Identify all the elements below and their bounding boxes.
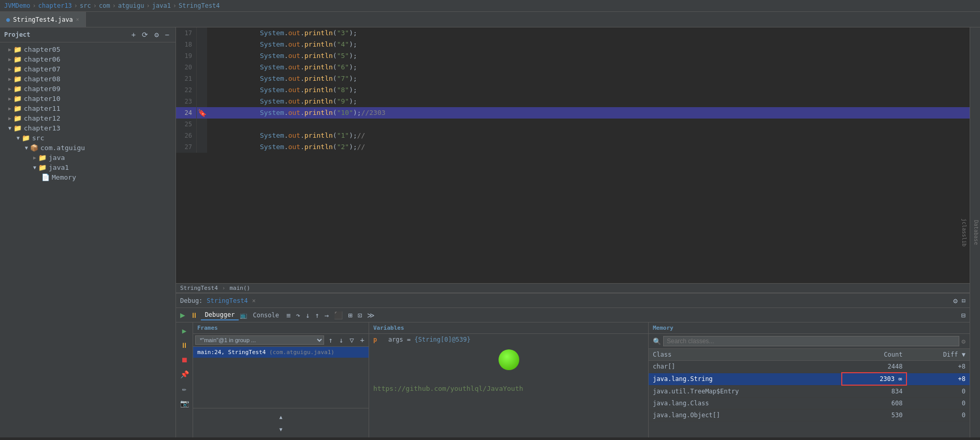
chevron-right-icon: ▶ [8,56,11,62]
memory-panel: Memory 🔍 ⚙ Class Count Diff ▼ [649,322,970,437]
sidebar-item-chapter11[interactable]: ▶ 📁 chapter11 [0,104,175,113]
step-into-btn[interactable]: ↓ [303,310,312,320]
scroll-down-btn[interactable]: ▼ [275,423,287,435]
sidebar-item-com-atguigu[interactable]: ▼ 📦 com.atguigu [0,143,175,153]
breadcrumb-java1[interactable]: java1 [152,2,171,9]
editor-debug-container: 17 System.out.println("3"); 18 System.ou… [176,27,970,437]
step-over-btn[interactable]: ↷ [294,310,302,320]
col-class: Class [649,349,842,361]
sidebar-item-label: chapter10 [24,95,60,102]
sidebar-item-chapter12[interactable]: ▶ 📁 chapter12 [0,113,175,123]
camera-icon[interactable]: 📷 [178,397,191,409]
folder-icon: 📁 [13,46,22,53]
database-label[interactable]: Database [972,218,980,247]
sep3: › [93,2,97,9]
memory-row-treemap[interactable]: java.util.TreeMap$Entry 834 0 [649,385,970,398]
line-number: 23 [176,96,197,107]
code-editor: 17 System.out.println("3"); 18 System.ou… [176,27,970,292]
code-line-18: 18 System.out.println("4"); [176,39,970,50]
sidebar-item-chapter06[interactable]: ▶ 📁 chapter06 [0,54,175,64]
step-resume-icon[interactable]: ▶ [178,325,191,337]
pin-icon[interactable]: 📌 [178,368,191,380]
sep6: › [173,2,177,9]
sidebar-item-chapter07[interactable]: ▶ 📁 chapter07 [0,64,175,74]
memory-label: Memory [653,325,674,331]
scroll-up-btn[interactable]: ▲ [275,410,287,423]
resume-button[interactable]: ▶ [178,309,187,321]
tab-label: StringTest4.java [13,16,73,23]
debug-close[interactable]: × [252,297,256,304]
line-number: 27 [176,141,197,153]
edit-icon[interactable]: ✏ [178,383,191,395]
tab-console[interactable]: Console [248,311,283,320]
watches-btn[interactable]: ⊡ [356,310,364,320]
pause-button[interactable]: ⏸ [188,310,200,320]
breadcrumb-class[interactable]: StringTest4 [180,285,218,291]
variable-item-args: p args = {String[0]@539} [369,334,648,345]
frame-add-icon[interactable]: + [358,335,367,345]
run-to-cursor-btn[interactable]: → [323,310,331,320]
memory-row-char[interactable]: char[] 2448 +8 [649,361,970,373]
frame-item[interactable]: main:24, StringTest4 (com.atguigu.java1) [193,347,369,358]
breadcrumb-stringtest4[interactable]: StringTest4 [179,2,220,9]
extra-btn[interactable]: ≫ [365,310,377,320]
breadcrumb-chapter13[interactable]: chapter13 [38,2,72,9]
frame-select[interactable]: *"main"@1 in group ... [195,335,324,345]
debug-settings-icon[interactable]: ⚙ [953,297,957,305]
variables-panel: Variables p args = {String[0]@539} https… [369,322,649,437]
step-stop-icon[interactable]: ⏹ [178,354,191,366]
class-name: java.lang.Class [649,398,842,409]
frames-view-btn[interactable]: ⊞ [346,310,354,320]
memory-settings-icon[interactable]: ⚙ [961,338,966,345]
settings-icon[interactable]: ⚙ [152,30,160,40]
line-gutter [197,50,207,62]
sidebar-item-java[interactable]: ▶ 📁 java [0,153,175,163]
sidebar-item-chapter08[interactable]: ▶ 📁 chapter08 [0,74,175,84]
memory-search-input[interactable] [663,336,959,346]
step-out-btn[interactable]: ↑ [313,310,321,320]
breadcrumb-src[interactable]: src [80,2,91,9]
code-line-20: 20 System.out.println("6"); [176,62,970,73]
tab-close[interactable]: × [76,17,79,22]
sidebar-item-chapter10[interactable]: ▶ 📁 chapter10 [0,94,175,104]
breadcrumb-jvmdemo[interactable]: JVMDemo [4,2,31,9]
debug-label: Debug: [180,297,202,304]
folder-icon: 📁 [13,65,22,73]
sidebar-item-src[interactable]: ▼ 📁 src [0,133,175,143]
sidebar-item-label: chapter05 [24,46,60,53]
diff-value: 0 [906,385,970,398]
memory-row-object[interactable]: java.lang.Object[] 530 0 [649,409,970,421]
debug-expand-icon[interactable]: ⊟ [962,297,966,304]
diff-value: 0 [906,398,970,409]
code-text: System.out.println("3"); [207,27,970,39]
file-tab[interactable]: ● StringTest4.java × [0,12,86,27]
line-number: 18 [176,39,197,50]
sidebar-item-chapter09[interactable]: ▶ 📁 chapter09 [0,84,175,94]
layout-btn[interactable]: ⊟ [959,310,968,320]
frames-header: Frames [193,322,369,334]
evaluate-btn[interactable]: ⬛ [332,310,345,320]
breadcrumb-sep: › [222,285,226,291]
var-tag: p [373,336,377,343]
sidebar-item-chapter05[interactable]: ▶ 📁 chapter05 [0,45,175,54]
frame-up-icon[interactable]: ↑ [326,335,334,345]
memory-row-string[interactable]: java.lang.String 2303 ∞ +8 [649,373,970,385]
add-icon[interactable]: + [129,30,138,40]
sidebar-item-chapter13[interactable]: ▼ 📁 chapter13 [0,123,175,133]
minimize-icon[interactable]: − [163,30,171,40]
sync-icon[interactable]: ⟳ [140,30,150,40]
sidebar-item-java1[interactable]: ▼ 📁 java1 [0,163,175,172]
frame-down-icon[interactable]: ↓ [337,335,345,345]
frame-filter-icon[interactable]: ▽ [347,335,356,345]
jclasslib-label[interactable]: jclasslib [960,216,968,248]
breadcrumb-method[interactable]: main() [229,285,250,291]
main-layout: Project + ⟳ ⚙ − ▶ 📁 chapter05 ▶ 📁 chapte… [0,27,980,437]
tab-debugger[interactable]: Debugger [201,310,239,320]
memory-row-class[interactable]: java.lang.Class 608 0 [649,398,970,409]
step-pause-icon[interactable]: ⏸ [178,339,191,351]
breadcrumb-com[interactable]: com [99,2,110,9]
show-all-btn[interactable]: ≡ [284,310,292,320]
breadcrumb-atguigu[interactable]: atguigu [118,2,144,9]
sidebar-item-memory[interactable]: 📄 Memory [0,172,175,182]
line-number: 26 [176,130,197,141]
